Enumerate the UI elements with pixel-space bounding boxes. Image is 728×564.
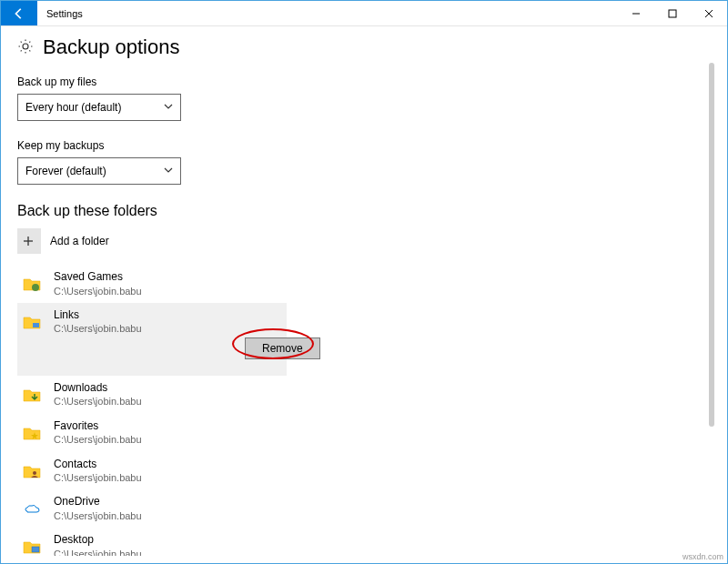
remove-button[interactable]: Remove (245, 337, 320, 359)
folder-icon (21, 311, 43, 333)
titlebar: Settings (1, 1, 727, 26)
folder-path: C:\Users\jobin.babu (54, 509, 142, 522)
folder-path: C:\Users\jobin.babu (54, 322, 142, 335)
folder-item[interactable]: OneDriveC:\Users\jobin.babu (17, 489, 287, 528)
backup-frequency-label: Back up my files (17, 76, 716, 88)
content-area: Backup options Back up my files Every ho… (17, 35, 716, 556)
folder-name: Favorites (54, 419, 142, 434)
folder-text: FavoritesC:\Users\jobin.babu (54, 419, 142, 447)
back-button[interactable] (1, 1, 37, 25)
watermark: wsxdn.com (682, 552, 723, 561)
folder-text: DesktopC:\Users\jobin.babu (54, 533, 142, 556)
plus-icon (22, 235, 35, 247)
keep-backups-label: Keep my backups (17, 139, 716, 152)
page-title: Backup options (43, 35, 179, 59)
keep-backups-group: Keep my backups Forever (default) (17, 139, 716, 185)
folder-name: OneDrive (54, 495, 142, 509)
folder-path: C:\Users\jobin.babu (54, 548, 142, 556)
backup-frequency-dropdown[interactable]: Every hour (default) (17, 94, 181, 121)
folder-name: Desktop (54, 533, 142, 548)
folder-icon (21, 273, 43, 295)
folder-icon (21, 384, 43, 406)
keep-backups-dropdown[interactable]: Forever (default) (17, 157, 181, 185)
folder-list: Saved GamesC:\Users\jobin.babuLinksC:\Us… (17, 265, 716, 556)
add-folder-button[interactable] (17, 228, 41, 254)
folder-icon (21, 422, 43, 444)
keep-backups-value: Forever (default) (25, 165, 106, 177)
svg-rect-1 (669, 10, 676, 17)
page-header: Backup options (17, 35, 716, 59)
folder-name: Contacts (54, 458, 142, 472)
window-controls (618, 1, 727, 25)
folder-item[interactable]: ContactsC:\Users\jobin.babu (17, 452, 287, 490)
folder-text: Saved GamesC:\Users\jobin.babu (54, 270, 142, 297)
folder-icon (21, 498, 43, 519)
folder-item[interactable]: DownloadsC:\Users\jobin.babu (17, 376, 287, 414)
folder-icon (21, 536, 43, 556)
backup-frequency-value: Every hour (default) (25, 101, 121, 114)
folders-section-title: Back up these folders (17, 203, 716, 219)
folder-item[interactable]: DesktopC:\Users\jobin.babu (17, 528, 287, 556)
gear-icon (17, 38, 34, 57)
folder-text: OneDriveC:\Users\jobin.babu (54, 495, 142, 522)
folder-name: Links (54, 308, 142, 323)
backup-frequency-group: Back up my files Every hour (default) (17, 76, 716, 121)
folder-item[interactable]: LinksC:\Users\jobin.babuRemove (17, 303, 287, 376)
minimize-button[interactable] (618, 1, 654, 25)
folder-path: C:\Users\jobin.babu (54, 471, 142, 484)
close-button[interactable] (691, 1, 727, 25)
folder-name: Downloads (54, 381, 142, 396)
folder-path: C:\Users\jobin.babu (54, 395, 142, 408)
folder-icon (21, 460, 43, 482)
folder-text: ContactsC:\Users\jobin.babu (54, 458, 142, 485)
folder-item[interactable]: FavoritesC:\Users\jobin.babu (17, 414, 287, 452)
chevron-down-icon (164, 165, 173, 177)
scrollbar[interactable] (709, 63, 714, 427)
folder-path: C:\Users\jobin.babu (54, 433, 142, 446)
maximize-button[interactable] (654, 1, 691, 25)
chevron-down-icon (164, 101, 173, 114)
folder-text: DownloadsC:\Users\jobin.babu (54, 381, 142, 408)
folder-name: Saved Games (54, 270, 142, 285)
back-arrow-icon (13, 7, 25, 20)
folder-item[interactable]: Saved GamesC:\Users\jobin.babu (17, 265, 287, 303)
window-title: Settings (37, 1, 92, 25)
add-folder-label: Add a folder (50, 235, 109, 247)
folder-text: LinksC:\Users\jobin.babu (54, 308, 142, 336)
add-folder-row[interactable]: Add a folder (17, 228, 716, 254)
folder-path: C:\Users\jobin.babu (54, 285, 142, 297)
